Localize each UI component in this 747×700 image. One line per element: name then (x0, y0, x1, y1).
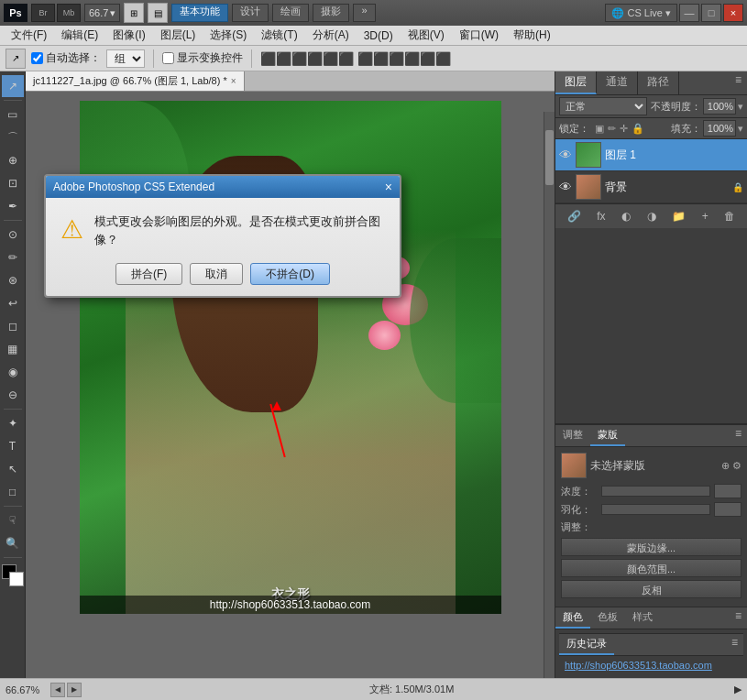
layer-new-btn[interactable]: + (698, 208, 712, 224)
clone-tool[interactable]: ⊛ (2, 269, 24, 291)
spot-heal-tool[interactable]: ⊙ (2, 224, 24, 246)
layer-mask-btn[interactable]: ◐ (618, 208, 634, 224)
tab-mask[interactable]: 蒙版 (590, 425, 625, 446)
layer-1-visibility[interactable]: 👁 (559, 148, 572, 162)
mask-add-btn[interactable]: ⊕ (721, 460, 730, 472)
marquee-tool[interactable]: ▭ (2, 104, 24, 126)
media-logo-btn[interactable]: Mb (57, 4, 81, 22)
blend-mode-select[interactable]: 正常 (559, 97, 647, 115)
layer-fx-btn[interactable]: fx (593, 208, 609, 224)
cs-live-btn[interactable]: 🌐 CS Live ▾ (605, 4, 677, 22)
zoom-control[interactable]: 66.7 ▾ (84, 4, 120, 22)
hand-tool[interactable]: ☟ (2, 509, 24, 531)
menu-image[interactable]: 图像(I) (105, 26, 152, 45)
doc-tab-close[interactable]: × (231, 76, 236, 86)
shape-tool[interactable]: □ (2, 481, 24, 503)
quick-select-tool[interactable]: ⊕ (2, 149, 24, 171)
menu-3d[interactable]: 3D(D) (357, 27, 401, 44)
nav-next-btn[interactable]: ▶ (67, 683, 82, 697)
bridge-logo-btn[interactable]: Br (31, 4, 55, 22)
auto-select-label[interactable]: 自动选择： (31, 50, 101, 66)
auto-select-checkbox[interactable] (31, 52, 43, 64)
status-expander[interactable]: ▶ (734, 684, 742, 695)
crop-tool[interactable]: ⊡ (2, 172, 24, 194)
workspace-paint-btn[interactable]: 绘画 (272, 4, 309, 22)
workspace-basic-btn[interactable]: 基本功能 (171, 4, 228, 22)
maximize-btn[interactable]: □ (701, 4, 721, 22)
merge-btn[interactable]: 拼合(F) (115, 263, 182, 285)
layout-btn[interactable]: ▤ (148, 3, 168, 23)
fill-arrow[interactable]: ▾ (738, 123, 743, 135)
tab-adjust[interactable]: 调整 (555, 425, 590, 446)
cancel-btn[interactable]: 取消 (190, 263, 243, 285)
tab-swatches[interactable]: 色板 (590, 607, 625, 629)
transform-checkbox[interactable] (162, 52, 174, 64)
scrollbar-thumb-v[interactable] (545, 130, 554, 185)
tab-paths[interactable]: 路径 (638, 71, 679, 94)
tab-channels[interactable]: 通道 (597, 71, 638, 94)
tab-color[interactable]: 颜色 (555, 607, 590, 629)
menu-view[interactable]: 视图(V) (401, 26, 452, 45)
lasso-tool[interactable]: ⌒ (2, 126, 24, 148)
tab-layers[interactable]: 图层 (555, 71, 597, 94)
mask-edge-btn[interactable]: 蒙版边缘... (561, 538, 742, 556)
arrangement-btn[interactable]: ⊞ (124, 3, 144, 23)
layers-panel-menu[interactable]: ≡ (730, 71, 747, 94)
dialog-close-btn[interactable]: × (385, 180, 392, 194)
doc-tab-active[interactable]: jc111227_1a.jpg @ 66.7% (图层 1, Lab/8) * … (26, 71, 245, 91)
layer-item-bg[interactable]: 👁 背景 🔒 (555, 171, 747, 203)
menu-layer[interactable]: 图层(L) (153, 26, 203, 45)
menu-window[interactable]: 窗口(W) (452, 26, 506, 45)
history-url[interactable]: http://shop60633513.taobao.com (565, 660, 738, 671)
tool-preset-picker[interactable]: ↗ (5, 49, 26, 69)
workspace-more-btn[interactable]: » (353, 4, 375, 22)
opacity-arrow[interactable]: ▾ (738, 101, 743, 113)
lock-position-btn[interactable]: ✛ (620, 123, 628, 135)
layer-delete-btn[interactable]: 🗑 (720, 208, 739, 224)
props-panel-menu[interactable]: ≡ (730, 425, 747, 446)
auto-select-type[interactable]: 组 (106, 49, 145, 68)
lock-transparency-btn[interactable]: ▣ (595, 123, 604, 135)
history-panel-menu[interactable]: ≡ (726, 634, 743, 655)
layer-link-btn[interactable]: 🔗 (564, 208, 585, 224)
path-select-tool[interactable]: ↖ (2, 458, 24, 480)
menu-analysis[interactable]: 分析(A) (305, 26, 357, 45)
brush-tool[interactable]: ✏ (2, 246, 24, 268)
canvas-scrollbar-v[interactable] (544, 112, 555, 678)
dodge-tool[interactable]: ⊖ (2, 384, 24, 406)
color-range-btn[interactable]: 颜色范围... (561, 559, 742, 577)
density-input[interactable] (714, 484, 742, 498)
eyedropper-tool[interactable]: ✒ (2, 195, 24, 217)
layer-bg-visibility[interactable]: 👁 (559, 180, 572, 194)
eraser-tool[interactable]: ◻ (2, 315, 24, 337)
layer-group-btn[interactable]: 📁 (668, 208, 689, 224)
bottom-panel-menu[interactable]: ≡ (730, 607, 747, 629)
history-brush-tool[interactable]: ↩ (2, 292, 24, 314)
feather-slider[interactable] (601, 504, 710, 515)
workspace-photo-btn[interactable]: 摄影 (313, 4, 349, 22)
menu-filter[interactable]: 滤镜(T) (254, 26, 304, 45)
pen-tool[interactable]: ✦ (2, 412, 24, 434)
workspace-design-btn[interactable]: 设计 (232, 4, 269, 22)
layer-item-1[interactable]: 👁 图层 1 (555, 139, 747, 171)
nav-prev-btn[interactable]: ◀ (50, 683, 65, 697)
density-slider[interactable] (601, 486, 710, 497)
lock-pixels-btn[interactable]: ✏ (608, 123, 616, 135)
move-tool[interactable]: ↗ (2, 75, 24, 97)
menu-help[interactable]: 帮助(H) (506, 26, 558, 45)
layer-adjustment-btn[interactable]: ◑ (643, 208, 660, 224)
zoom-tool[interactable]: 🔍 (2, 532, 24, 554)
transform-label[interactable]: 显示变换控件 (162, 50, 243, 66)
opacity-input[interactable] (703, 98, 736, 115)
gradient-tool[interactable]: ▦ (2, 338, 24, 360)
feather-input[interactable] (714, 502, 742, 517)
invert-btn[interactable]: 反相 (561, 580, 742, 598)
text-tool[interactable]: T (2, 435, 24, 457)
tab-styles[interactable]: 样式 (625, 607, 660, 629)
minimize-btn[interactable]: — (679, 4, 699, 22)
menu-edit[interactable]: 编辑(E) (54, 26, 105, 45)
menu-select[interactable]: 选择(S) (203, 26, 254, 45)
blur-tool[interactable]: ◉ (2, 361, 24, 383)
mask-settings-btn[interactable]: ⚙ (732, 460, 742, 472)
close-btn[interactable]: × (723, 4, 743, 22)
